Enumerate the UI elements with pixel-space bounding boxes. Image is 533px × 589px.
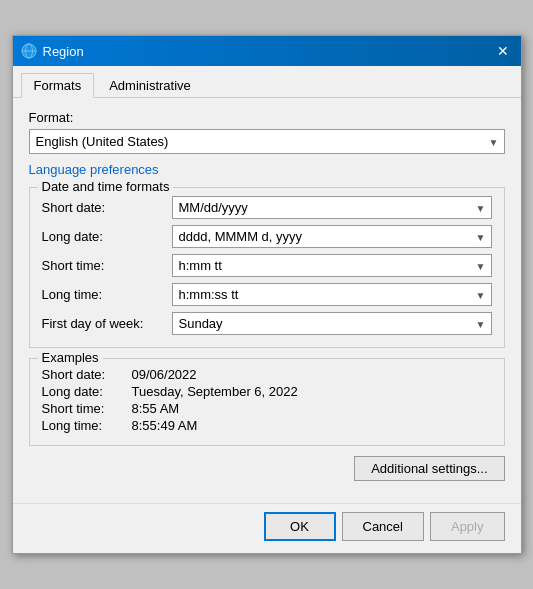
long-date-row: Long date: dddd, MMMM d, yyyy ▼ xyxy=(42,225,492,248)
example-short-time-value: 8:55 AM xyxy=(132,401,180,416)
example-short-date: Short date: 09/06/2022 xyxy=(42,367,492,382)
long-time-select[interactable]: h:mm:ss tt xyxy=(172,283,492,306)
tab-formats[interactable]: Formats xyxy=(21,73,95,98)
format-label: Format: xyxy=(29,110,505,125)
example-long-time-label: Long time: xyxy=(42,418,132,433)
examples-title: Examples xyxy=(38,350,103,365)
example-short-time: Short time: 8:55 AM xyxy=(42,401,492,416)
region-dialog: Region ✕ Formats Administrative Format: … xyxy=(12,35,522,554)
first-day-select[interactable]: Sunday xyxy=(172,312,492,335)
example-long-date-value: Tuesday, September 6, 2022 xyxy=(132,384,298,399)
window-title: Region xyxy=(43,44,84,59)
datetime-formats-group: Date and time formats Short date: MM/dd/… xyxy=(29,187,505,348)
long-date-select[interactable]: dddd, MMMM d, yyyy xyxy=(172,225,492,248)
first-day-label: First day of week: xyxy=(42,316,172,331)
cancel-button[interactable]: Cancel xyxy=(342,512,424,541)
example-short-date-label: Short date: xyxy=(42,367,132,382)
bottom-buttons: OK Cancel Apply xyxy=(13,503,521,553)
long-time-label: Long time: xyxy=(42,287,172,302)
window-icon xyxy=(21,43,37,59)
short-date-select[interactable]: MM/dd/yyyy xyxy=(172,196,492,219)
additional-btn-row: Additional settings... xyxy=(29,456,505,481)
short-date-label: Short date: xyxy=(42,200,172,215)
tab-administrative[interactable]: Administrative xyxy=(96,73,204,98)
example-long-time-value: 8:55:49 AM xyxy=(132,418,198,433)
language-preferences-link[interactable]: Language preferences xyxy=(29,162,505,177)
example-long-date: Long date: Tuesday, September 6, 2022 xyxy=(42,384,492,399)
short-time-select[interactable]: h:mm tt xyxy=(172,254,492,277)
long-time-row: Long time: h:mm:ss tt ▼ xyxy=(42,283,492,306)
close-button[interactable]: ✕ xyxy=(493,41,513,61)
apply-button[interactable]: Apply xyxy=(430,512,505,541)
main-content: Format: English (United States) ▼ Langua… xyxy=(13,98,521,503)
format-select[interactable]: English (United States) xyxy=(29,129,505,154)
short-date-row: Short date: MM/dd/yyyy ▼ xyxy=(42,196,492,219)
example-short-time-label: Short time: xyxy=(42,401,132,416)
example-long-date-label: Long date: xyxy=(42,384,132,399)
first-day-row: First day of week: Sunday ▼ xyxy=(42,312,492,335)
short-time-label: Short time: xyxy=(42,258,172,273)
additional-settings-button[interactable]: Additional settings... xyxy=(354,456,504,481)
example-long-time: Long time: 8:55:49 AM xyxy=(42,418,492,433)
svg-point-3 xyxy=(22,44,36,58)
short-time-row: Short time: h:mm tt ▼ xyxy=(42,254,492,277)
datetime-group-title: Date and time formats xyxy=(38,179,174,194)
format-select-wrapper: English (United States) ▼ xyxy=(29,129,505,154)
long-date-label: Long date: xyxy=(42,229,172,244)
title-bar: Region ✕ xyxy=(13,36,521,66)
example-short-date-value: 09/06/2022 xyxy=(132,367,197,382)
examples-group: Examples Short date: 09/06/2022 Long dat… xyxy=(29,358,505,446)
tabs-bar: Formats Administrative xyxy=(13,66,521,98)
ok-button[interactable]: OK xyxy=(264,512,336,541)
